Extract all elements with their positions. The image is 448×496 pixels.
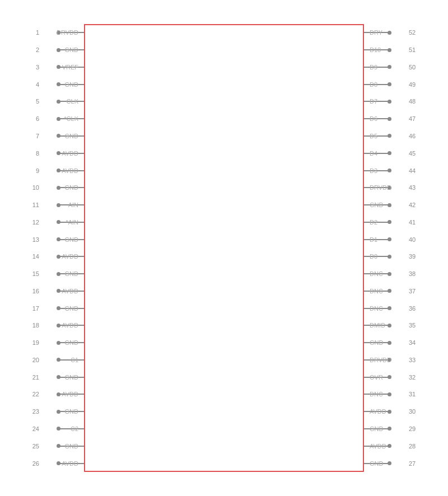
pin-dot [388, 220, 391, 224]
pin-dot [388, 117, 391, 121]
pin-left-2: 2 GND [28, 41, 84, 58]
pin-label: GND [65, 46, 78, 53]
pin-number: 21 [28, 374, 39, 381]
pin-dot [388, 461, 391, 465]
pin-number: 34 [409, 339, 420, 346]
pin-label: D6 [370, 115, 377, 122]
pin-right-42: GND 42 [364, 196, 420, 213]
pin-label: GND [370, 460, 383, 467]
pin-right-33: DRVDD 33 [364, 352, 420, 368]
pin-label: D9 [370, 64, 377, 71]
pin-dot [388, 289, 391, 293]
pin-right-43: DRVDD 43 [364, 179, 420, 196]
pin-right-47: D6 47 [364, 110, 420, 127]
chip-container: 1 DRVDD 2 GND 3 VREF 4 GND 5 CLK 6 *CLK … [28, 16, 420, 480]
pin-dot [388, 82, 391, 86]
pin-label: D8 [370, 81, 377, 88]
pin-number: 47 [409, 115, 420, 122]
pin-dot [388, 151, 391, 155]
pin-right-28: AVDD 28 [364, 438, 420, 455]
pin-number: 26 [28, 460, 39, 467]
pin-dot [388, 255, 391, 259]
pin-label: D3 [370, 167, 377, 174]
pin-number: 43 [409, 184, 420, 191]
pin-dot [388, 324, 391, 327]
pin-number: 2 [28, 46, 39, 53]
pin-left-13: 13 GND [28, 231, 84, 248]
pin-label: GND [370, 339, 383, 346]
pin-label: C2 [71, 425, 78, 432]
pin-dot [388, 134, 391, 138]
pin-left-10: 10 GND [28, 179, 84, 196]
pin-right-45: D4 45 [364, 145, 420, 162]
pin-label: AVDD [62, 322, 78, 329]
pin-label: DNC [370, 391, 383, 397]
pin-number: 14 [28, 253, 39, 260]
pin-right-38: DNC 38 [364, 265, 420, 282]
pin-number: 27 [409, 460, 420, 467]
pin-number: 4 [28, 81, 39, 88]
pin-left-17: 17 GND [28, 300, 84, 317]
pin-label: AVDD [62, 460, 78, 467]
pin-label: DRY [370, 29, 382, 36]
pin-label: DNC [370, 305, 383, 312]
pin-right-36: DNC 36 [364, 300, 420, 317]
pin-left-25: 25 GND [28, 438, 84, 455]
pin-right-48: D7 48 [364, 93, 420, 110]
pin-right-30: AVDD 30 [364, 403, 420, 420]
pin-number: 7 [28, 133, 39, 139]
pin-label: VREF [62, 64, 78, 71]
pin-number: 44 [409, 167, 420, 174]
pin-number: 5 [28, 98, 39, 105]
pin-label: GND [65, 443, 78, 450]
pin-right-31: DNC 31 [364, 386, 420, 403]
pin-label: GND [65, 81, 78, 88]
pin-right-29: GND 29 [364, 420, 420, 437]
pin-number: 25 [28, 443, 39, 450]
pin-number: 29 [409, 425, 420, 432]
pin-number: 13 [28, 236, 39, 243]
pin-left-8: 8 AVDD [28, 145, 84, 162]
pin-right-41: D2 41 [364, 214, 420, 231]
pin-dot [388, 272, 391, 276]
pin-number: 28 [409, 443, 420, 450]
pin-left-1: 1 DRVDD [28, 24, 84, 41]
pin-label: GND [65, 270, 78, 277]
pin-dot [388, 375, 391, 379]
pin-label: D7 [370, 98, 377, 105]
pin-label: AVDD [62, 253, 78, 260]
pin-label: CLK [67, 98, 78, 105]
pin-number: 1 [28, 29, 39, 36]
pin-number: 45 [409, 150, 420, 157]
pin-label: DMID [370, 322, 385, 329]
pin-number: 39 [409, 253, 420, 260]
pin-label: AVDD [62, 150, 78, 157]
pin-right-40: D1 40 [364, 231, 420, 248]
pin-right-37: DNC 37 [364, 283, 420, 300]
pin-number: 10 [28, 184, 39, 191]
pin-label: *AIN [66, 219, 78, 226]
pin-dot [388, 31, 391, 35]
pin-number: 15 [28, 270, 39, 277]
pin-left-19: 19 GND [28, 334, 84, 351]
pin-label: DRVDD [57, 29, 78, 36]
pin-number: 48 [409, 98, 420, 105]
pin-label: D10 [370, 46, 381, 53]
pin-right-44: D3 44 [364, 162, 420, 179]
pin-label: DRVDD [370, 184, 391, 191]
pin-number: 41 [409, 219, 420, 226]
pin-label: DNC [370, 270, 383, 277]
pin-number: 24 [28, 425, 39, 432]
pin-dot [388, 306, 391, 310]
pin-number: 40 [409, 236, 420, 243]
pin-dot [388, 237, 391, 241]
pin-label: GND [370, 425, 383, 432]
pin-label: D0 [370, 253, 377, 260]
pin-dot [388, 203, 391, 207]
pin-number: 19 [28, 339, 39, 346]
pin-left-5: 5 CLK [28, 93, 84, 110]
pin-label: GND [65, 408, 78, 415]
pin-dot [388, 341, 391, 345]
pin-left-15: 15 GND [28, 265, 84, 282]
pin-right-39: D0 39 [364, 248, 420, 265]
